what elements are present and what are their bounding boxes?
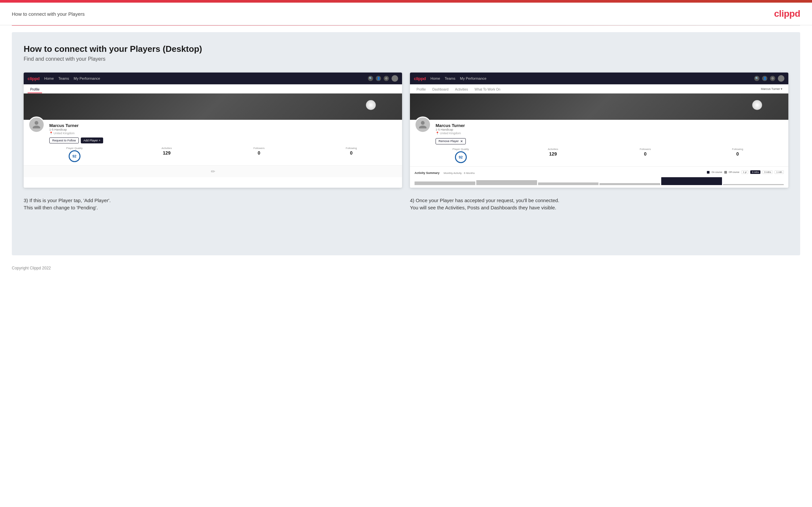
description-left-text: 3) If this is your Player tap, 'Add Play… <box>23 197 402 212</box>
remove-player-button[interactable]: Remove Player ✕ <box>436 138 466 145</box>
nav-icons: 🔍 👤 ⚙ <box>368 75 398 82</box>
right-settings-icon[interactable]: ⚙ <box>770 76 775 81</box>
user-avatar[interactable] <box>392 75 398 82</box>
activity-header: Activity Summary Monthly Activity · 6 Mo… <box>414 169 784 175</box>
right-navbar: clippd Home Teams My Performance 🔍 👤 ⚙ <box>410 72 789 84</box>
left-nav-performance[interactable]: My Performance <box>73 76 100 80</box>
left-tabs: Profile <box>23 84 402 94</box>
request-follow-button[interactable]: Request to Follow <box>49 137 79 144</box>
time-btn-1yr[interactable]: 1 yr <box>742 170 749 174</box>
left-profile-buttons: Request to Follow Add Player + <box>49 137 398 144</box>
right-people-icon[interactable]: 👤 <box>762 76 767 81</box>
tab-profile[interactable]: Profile <box>28 86 42 93</box>
right-quality-circle: 92 <box>455 151 467 163</box>
right-tab-profile[interactable]: Profile <box>414 86 428 93</box>
chart-bar-1 <box>414 181 475 185</box>
chart-bar-4 <box>600 183 660 185</box>
chart-bar-2 <box>476 180 537 185</box>
right-app-logo: clippd <box>414 76 426 81</box>
left-profile-info: Marcus Turner 1-5 Handicap 📍 United King… <box>49 123 398 144</box>
off-course-legend-label: Off course <box>729 171 740 173</box>
left-quality-stat: Player Quality 92 <box>28 147 120 162</box>
right-nav-teams[interactable]: Teams <box>445 76 455 80</box>
activity-controls: On course Off course 1 yr 6 mths 3 mths … <box>707 170 784 174</box>
on-course-legend-dot <box>707 171 710 174</box>
right-hero-banner <box>410 94 789 120</box>
copyright-text: Copyright Clippd 2022 <box>12 266 51 270</box>
right-activity-section: Activity Summary Monthly Activity · 6 Mo… <box>410 166 789 188</box>
main-content: How to connect with your Players (Deskto… <box>12 32 800 255</box>
right-quality-stat: Player Quality 92 <box>414 148 507 163</box>
chart-bar-3 <box>538 182 599 185</box>
left-app-logo: clippd <box>28 76 39 81</box>
chart-bar-5 <box>661 177 722 185</box>
activity-legend: On course Off course <box>707 171 739 174</box>
right-nav-performance[interactable]: My Performance <box>460 76 487 80</box>
remove-x-icon: ✕ <box>460 139 463 143</box>
left-following-stat: Following 0 <box>305 147 398 162</box>
time-btn-3mths[interactable]: 3 mths <box>762 170 773 174</box>
right-nav-home[interactable]: Home <box>430 76 440 80</box>
descriptions-row: 3) If this is your Player tap, 'Add Play… <box>23 197 789 212</box>
right-tab-activities[interactable]: Activities <box>452 86 470 93</box>
right-activities-stat: Activities 129 <box>507 148 599 163</box>
left-profile-handicap: 1-5 Handicap <box>49 128 398 131</box>
activity-title-group: Activity Summary Monthly Activity · 6 Mo… <box>414 169 475 175</box>
activity-chart <box>414 175 784 185</box>
left-profile-section: Marcus Turner 1-5 Handicap 📍 United King… <box>23 120 402 147</box>
right-tab-dashboard[interactable]: Dashboard <box>429 86 451 93</box>
page-subheading: Find and connect with your Players <box>23 56 789 62</box>
left-nav-home[interactable]: Home <box>44 76 54 80</box>
right-stats-row: Player Quality 92 Activities 129 Followe… <box>410 148 789 166</box>
pencil-icon: ✏ <box>211 168 215 175</box>
chart-bar-6 <box>723 184 784 185</box>
right-tab-what-to-work-on[interactable]: What To Work On <box>472 86 503 93</box>
time-btn-1mth[interactable]: 1 mth <box>774 170 784 174</box>
footer: Copyright Clippd 2022 <box>0 262 812 274</box>
left-followers-stat: Followers 0 <box>213 147 305 162</box>
settings-icon[interactable]: ⚙ <box>384 76 389 81</box>
off-course-legend-dot <box>724 171 727 174</box>
right-following-stat: Following 0 <box>692 148 784 163</box>
right-profile-avatar <box>414 116 431 133</box>
left-navbar: clippd Home Teams My Performance 🔍 👤 ⚙ <box>23 72 402 84</box>
right-tabs-left: Profile Dashboard Activities What To Wor… <box>414 86 504 93</box>
right-profile-section: Marcus Turner 1-5 Handicap 📍 United King… <box>410 120 789 148</box>
right-profile-info: Marcus Turner 1-5 Handicap 📍 United King… <box>436 123 784 145</box>
page-heading: How to connect with your Players (Deskto… <box>23 44 789 54</box>
left-profile-location: 📍 United Kingdom <box>49 131 398 135</box>
search-icon[interactable]: 🔍 <box>368 76 373 81</box>
right-location-pin-icon: 📍 <box>436 131 439 135</box>
add-player-button[interactable]: Add Player + <box>81 137 103 144</box>
description-left: 3) If this is your Player tap, 'Add Play… <box>23 197 402 212</box>
right-user-avatar[interactable] <box>778 75 784 82</box>
screenshot-left: clippd Home Teams My Performance 🔍 👤 ⚙ P… <box>23 72 402 188</box>
right-profile-location: 📍 United Kingdom <box>436 131 784 135</box>
activity-subtitle: Monthly Activity · 6 Months <box>444 172 475 175</box>
left-profile-name: Marcus Turner <box>49 123 398 128</box>
left-profile-avatar <box>28 116 45 133</box>
right-user-dropdown[interactable]: Marcus Turner ▾ <box>759 86 784 92</box>
header-divider <box>12 25 800 25</box>
right-avatar-icon <box>418 120 427 129</box>
right-nav-icons: 🔍 👤 ⚙ <box>754 75 784 82</box>
right-followers-stat: Followers 0 <box>599 148 692 163</box>
pencil-area: ✏ <box>23 165 402 177</box>
header-title: How to connect with your Players <box>12 11 85 17</box>
left-nav-teams[interactable]: Teams <box>58 76 69 80</box>
right-tabs: Profile Dashboard Activities What To Wor… <box>410 84 789 94</box>
time-btn-6mths[interactable]: 6 mths <box>750 170 760 174</box>
people-icon[interactable]: 👤 <box>376 76 381 81</box>
screenshots-row: clippd Home Teams My Performance 🔍 👤 ⚙ P… <box>23 72 789 188</box>
header: How to connect with your Players clippd <box>0 3 812 25</box>
clippd-logo: clippd <box>774 8 800 19</box>
right-profile-buttons: Remove Player ✕ <box>436 137 784 145</box>
right-profile-name: Marcus Turner <box>436 123 784 128</box>
quality-circle: 92 <box>69 150 81 162</box>
activity-title: Activity Summary <box>414 171 440 175</box>
right-profile-handicap: 1-5 Handicap <box>436 128 784 131</box>
right-search-icon[interactable]: 🔍 <box>754 76 759 81</box>
location-pin-icon: 📍 <box>49 131 53 135</box>
left-hero-banner <box>23 94 402 120</box>
description-right: 4) Once your Player has accepted your re… <box>410 197 789 212</box>
